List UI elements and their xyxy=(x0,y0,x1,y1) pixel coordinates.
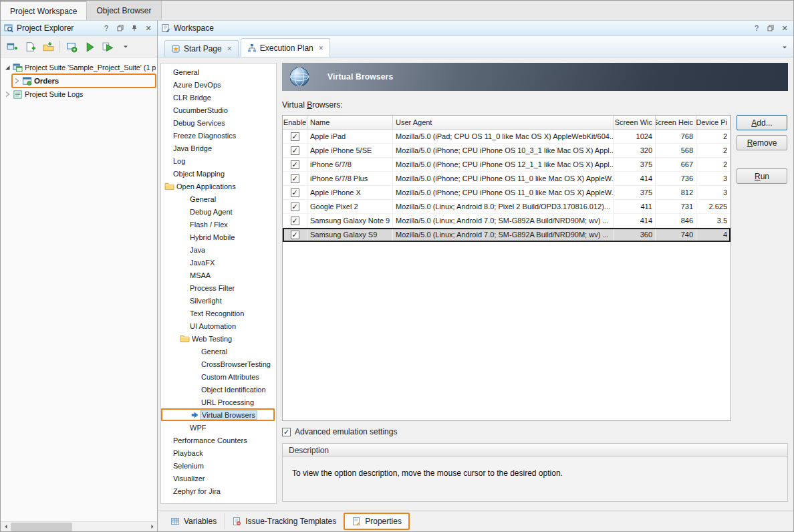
option-item-silverlight[interactable]: Silverlight xyxy=(161,294,276,307)
option-item-url-processing[interactable]: URL Processing xyxy=(161,396,276,408)
option-item-msaa[interactable]: MSAA xyxy=(161,269,276,281)
scrollbar-track[interactable] xyxy=(11,522,147,532)
open-file-button[interactable] xyxy=(40,39,56,55)
enable-checkbox[interactable]: ✓ xyxy=(291,146,299,155)
option-item-azure-devops[interactable]: Azure DevOps xyxy=(161,78,276,91)
close-panel-button[interactable]: ✕ xyxy=(779,23,790,33)
tree-item-project-suite-logs[interactable]: Project Suite Logs xyxy=(1,88,157,101)
option-item-open-applications[interactable]: Open Applications xyxy=(161,180,276,192)
help-button[interactable]: ? xyxy=(751,23,762,33)
float-window-button[interactable] xyxy=(115,23,126,33)
horizontal-scrollbar[interactable] xyxy=(1,521,157,531)
close-tab-icon[interactable]: × xyxy=(227,44,232,53)
enable-checkbox[interactable]: ✓ xyxy=(291,160,299,169)
remove-button[interactable]: Remove xyxy=(737,135,787,150)
option-item-general[interactable]: General xyxy=(161,192,276,205)
run-project-icon xyxy=(102,41,114,53)
enable-checkbox[interactable]: ✓ xyxy=(291,188,299,197)
option-item-flash-flex[interactable]: Flash / Flex xyxy=(161,218,276,231)
new-project-suite-button[interactable] xyxy=(4,39,20,55)
option-item-custom-attributes[interactable]: Custom Attributes xyxy=(161,370,276,383)
expander-collapsed-icon[interactable] xyxy=(13,78,20,84)
vb-row-apple-ipad[interactable]: ✓Apple iPadMozilla/5.0 (iPad; CPU OS 11_… xyxy=(283,130,731,144)
option-item-hybrid-mobile[interactable]: Hybrid Mobile xyxy=(161,231,276,243)
scroll-left-button[interactable] xyxy=(1,522,11,532)
globe-icon xyxy=(289,66,310,88)
expander-expanded-icon[interactable] xyxy=(4,64,11,71)
vb-row-iphone-6-7-8[interactable]: ✓iPhone 6/7/8Mozilla/5.0 (iPhone; CPU iP… xyxy=(283,158,731,172)
vb-row-samsung-galaxy-note-9[interactable]: ✓Samsung Galaxy Note 9Mozilla/5.0 (Linux… xyxy=(283,214,731,228)
tab-variables[interactable]: Variables xyxy=(163,513,225,529)
option-item-performance-counters[interactable]: Performance Counters xyxy=(161,434,276,446)
tab-start-page[interactable]: Start Page × xyxy=(164,40,239,57)
vb-screen-height-cell: 667 xyxy=(656,158,696,171)
tab-list-dropdown[interactable] xyxy=(782,45,787,50)
close-panel-button[interactable]: ✕ xyxy=(143,23,154,33)
help-button[interactable]: ? xyxy=(101,23,112,33)
enable-checkbox[interactable]: ✓ xyxy=(291,132,299,141)
option-item-clr-bridge[interactable]: CLR Bridge xyxy=(161,91,276,104)
vb-row-samsung-galaxy-s9[interactable]: ✓Samsung Galaxy S9Mozilla/5.0 (Linux; An… xyxy=(283,228,731,242)
option-item-wpf[interactable]: WPF xyxy=(161,421,276,434)
column-header-enable[interactable]: Enable xyxy=(283,116,307,129)
run-options-dropdown-button[interactable] xyxy=(118,39,134,55)
option-item-zephyr-for-jira[interactable]: Zephyr for Jira xyxy=(161,485,276,497)
scrollbar-thumb[interactable] xyxy=(11,523,72,531)
tree-item-orders[interactable]: Orders xyxy=(1,74,157,88)
record-test-button[interactable] xyxy=(63,39,80,55)
vb-row-apple-iphone-x[interactable]: ✓Apple iPhone XMozilla/5.0 (iPhone; CPU … xyxy=(283,186,731,200)
tab-project-workspace[interactable]: Project Workspace xyxy=(1,1,87,20)
run-test-icon xyxy=(84,41,96,53)
properties-icon xyxy=(352,517,361,526)
column-header-name[interactable]: Name xyxy=(307,116,393,129)
tab-properties[interactable]: Properties xyxy=(344,513,409,529)
option-item-java[interactable]: Java xyxy=(161,243,276,256)
option-item-object-identification[interactable]: Object Identification xyxy=(161,383,276,396)
option-item-freeze-diagnostics[interactable]: Freeze Diagnostics xyxy=(161,129,276,142)
column-header-screen-height[interactable]: Screen Heic xyxy=(656,116,696,129)
option-item-visualizer[interactable]: Visualizer xyxy=(161,472,276,485)
option-item-javafx[interactable]: JavaFX xyxy=(161,256,276,269)
vb-row-iphone-6-7-8-plus[interactable]: ✓iPhone 6/7/8 PlusMozilla/5.0 (iPhone; C… xyxy=(283,172,731,186)
option-item-web-testing[interactable]: Web Testing xyxy=(161,332,276,345)
run-project-button[interactable] xyxy=(100,39,116,55)
tab-issue-tracking-templates[interactable]: Issue-Tracking Templates xyxy=(225,513,344,529)
close-tab-icon[interactable]: × xyxy=(319,43,323,53)
vb-row-google-pixel-2[interactable]: ✓Google Pixel 2Mozilla/5.0 (Linux; Andro… xyxy=(283,200,731,214)
enable-checkbox[interactable]: ✓ xyxy=(291,217,299,225)
run-button[interactable]: Run xyxy=(737,168,787,184)
pin-button[interactable] xyxy=(129,23,140,33)
option-item-object-mapping[interactable]: Object Mapping xyxy=(161,167,276,180)
scroll-right-button[interactable] xyxy=(147,522,157,532)
enable-checkbox[interactable]: ✓ xyxy=(291,174,299,183)
column-header-screen-width[interactable]: Screen Wic xyxy=(614,116,656,129)
enable-checkbox[interactable]: ✓ xyxy=(291,231,299,239)
float-window-button[interactable] xyxy=(765,23,776,33)
tab-object-browser[interactable]: Object Browser xyxy=(87,1,161,20)
enable-checkbox[interactable]: ✓ xyxy=(291,203,299,211)
run-test-button[interactable] xyxy=(82,39,98,55)
option-item-virtual-browsers[interactable]: Virtual Browsers xyxy=(161,408,275,421)
option-item-general[interactable]: General xyxy=(161,65,276,78)
vb-row-apple-iphone-5-se[interactable]: ✓Apple iPhone 5/SEMozilla/5.0 (iPhone; C… xyxy=(283,144,731,158)
expander-collapsed-icon[interactable] xyxy=(4,91,11,98)
column-header-device-pixel-ratio[interactable]: Device Pi xyxy=(696,116,731,129)
option-item-playback[interactable]: Playback xyxy=(161,446,276,459)
option-item-log[interactable]: Log xyxy=(161,154,276,167)
new-project-button[interactable] xyxy=(22,39,38,55)
option-item-cucumberstudio[interactable]: CucumberStudio xyxy=(161,104,276,116)
option-item-general[interactable]: General xyxy=(161,345,276,358)
option-item-debug-services[interactable]: Debug Services xyxy=(161,116,276,129)
option-item-java-bridge[interactable]: Java Bridge xyxy=(161,142,276,154)
option-item-selenium[interactable]: Selenium xyxy=(161,459,276,472)
tree-item-project-suite-sample-project-suite-1-p[interactable]: Project Suite 'Sample_Project_Suite' (1 … xyxy=(1,61,157,74)
option-item-text-recognition[interactable]: Text Recognition xyxy=(161,307,276,319)
option-item-debug-agent[interactable]: Debug Agent xyxy=(161,205,276,218)
option-item-process-filter[interactable]: Process Filter xyxy=(161,281,276,294)
column-header-user-agent[interactable]: User Agent xyxy=(393,116,614,129)
tab-execution-plan[interactable]: Execution Plan × xyxy=(241,38,330,57)
option-item-crossbrowsertesting[interactable]: CrossBrowserTesting xyxy=(161,358,276,370)
add-button[interactable]: Add... xyxy=(737,115,787,130)
advanced-emulation-checkbox[interactable]: ✓ xyxy=(282,428,291,436)
option-item-ui-automation[interactable]: UI Automation xyxy=(161,319,276,332)
